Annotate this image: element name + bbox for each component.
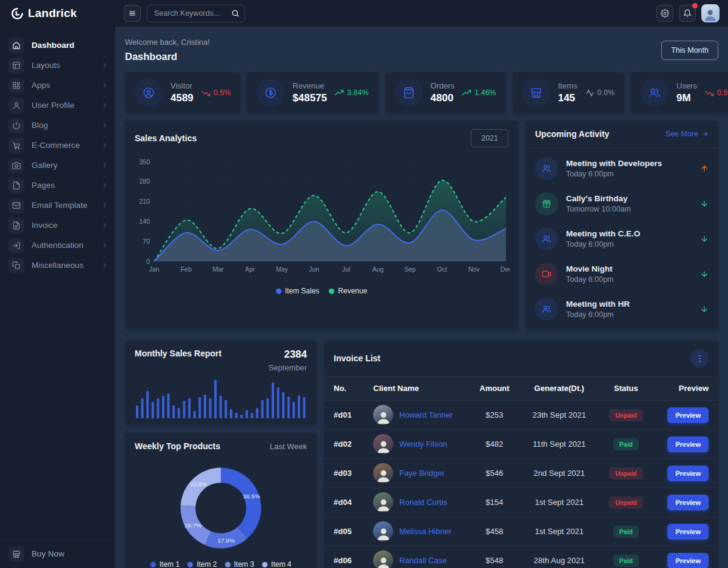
activity-item[interactable]: Movie NightToday 6:00pm xyxy=(525,256,718,292)
stat-cards-row: Visitor45890.5%Revenue$485753.84%Orders4… xyxy=(125,72,718,113)
notifications-button[interactable] xyxy=(679,5,696,22)
stat-info: Items145 xyxy=(558,81,578,104)
preview-cell: Preview xyxy=(654,546,718,568)
sidebar-item-gallery[interactable]: Gallery xyxy=(0,155,115,175)
sales-analytics-chart: 070140210280350JanFebMarAprMayJunJulAugS… xyxy=(125,156,518,286)
settings-button[interactable] xyxy=(656,5,673,22)
trending-up-icon xyxy=(462,89,471,98)
activity-title: Upcoming Activity xyxy=(535,129,609,139)
stat-card-revenue: Revenue$485753.84% xyxy=(247,72,378,113)
avatar xyxy=(373,521,393,541)
trending-down-icon xyxy=(705,89,714,98)
client-cell-wrap: Howard Tanner xyxy=(363,401,468,430)
preview-button[interactable]: Preview xyxy=(667,553,709,568)
client-name-link[interactable]: Faye Bridger xyxy=(399,469,444,478)
stat-info: Orders4800 xyxy=(431,81,455,104)
hamburger-menu-button[interactable] xyxy=(124,5,141,22)
users-icon xyxy=(535,298,558,321)
see-more-link[interactable]: See More xyxy=(666,130,709,138)
arrow-up-icon xyxy=(700,164,709,173)
sidebar-item-dashboard[interactable]: Dashboard xyxy=(0,35,115,55)
buy-now-button[interactable]: Buy Now xyxy=(0,539,115,568)
period-button[interactable]: This Month xyxy=(661,41,718,60)
activity-body: Movie NightToday 6:00pm xyxy=(566,264,692,284)
landrick-logo-icon xyxy=(11,7,24,20)
sidebar-item-email-template[interactable]: Email Template xyxy=(0,195,115,215)
activity-item[interactable]: Meeting with DevelopersToday 6:00pm xyxy=(525,151,718,186)
activity-title: Meeting with C.E.O xyxy=(566,229,692,238)
grid-icon xyxy=(8,78,24,93)
trending-down-icon xyxy=(201,89,211,98)
preview-button[interactable]: Preview xyxy=(667,524,709,540)
avatar xyxy=(373,463,393,483)
table-row: #d03Faye Bridger$5462nd Sept 2021UnpaidP… xyxy=(324,459,718,488)
status-badge: Paid xyxy=(613,526,639,538)
client-name-link[interactable]: Wendy Filson xyxy=(399,439,447,449)
client-cell-wrap: Wendy Filson xyxy=(363,430,468,459)
svg-text:17.9%: 17.9% xyxy=(218,537,235,544)
sales-chart-legend: Item SalesRevenue xyxy=(125,286,518,302)
invoice-more-button[interactable] xyxy=(690,349,709,367)
donut-legend-item: Item 3 xyxy=(225,560,254,568)
sidebar-item-user-profile[interactable]: User Profile xyxy=(0,95,115,115)
legend-label: Item 4 xyxy=(271,560,291,568)
preview-button[interactable]: Preview xyxy=(667,436,709,452)
stat-info: Visitor4589 xyxy=(170,81,194,104)
year-select[interactable]: 2021 xyxy=(471,129,508,147)
activity-icon xyxy=(585,89,595,98)
client-cell: Faye Bridger xyxy=(373,463,459,483)
legend-label: Revenue xyxy=(338,287,367,295)
preview-button[interactable]: Preview xyxy=(667,495,709,510)
activity-item[interactable]: Meeting with C.E.OToday 6:00pm xyxy=(525,221,718,256)
activity-item[interactable]: Cally's BirthdayTomorrow 10:00am xyxy=(525,186,718,221)
preview-button[interactable]: Preview xyxy=(667,466,709,481)
sidebar-item-invoice[interactable]: Invoice xyxy=(0,215,115,235)
sidebar-item-label: Layouts xyxy=(32,61,60,70)
dollar-circle-icon xyxy=(257,79,285,107)
activity-item[interactable]: Meeting with HRToday 6:00pm xyxy=(525,292,718,327)
svg-text:Oct: Oct xyxy=(437,266,447,273)
sidebar-item-pages[interactable]: Pages xyxy=(0,175,115,195)
amount-cell: $482 xyxy=(468,430,521,459)
search-icon[interactable] xyxy=(231,9,240,18)
client-name-link[interactable]: Melissa Hibner xyxy=(399,527,451,536)
sidebar-item-layouts[interactable]: Layouts xyxy=(0,55,115,75)
preview-button[interactable]: Preview xyxy=(667,407,709,423)
date-cell: 11th Sept 2021 xyxy=(521,430,598,459)
sidebar-item-authentication[interactable]: Authentication xyxy=(0,235,115,255)
date-cell: 28th Aug 2021 xyxy=(521,546,598,568)
client-name-link[interactable]: Ronald Curtis xyxy=(399,498,447,507)
invoice-no-cell: #d02 xyxy=(324,430,363,459)
sidebar-item-miscellaneous[interactable]: Miscellaneous xyxy=(0,255,115,275)
invoice-no: #d03 xyxy=(334,469,352,478)
user-avatar-button[interactable] xyxy=(701,4,720,22)
client-cell-wrap: Ronald Curtis xyxy=(363,488,468,517)
chevron-right-icon xyxy=(101,222,108,229)
sidebar-item-blog[interactable]: Blog xyxy=(0,115,115,135)
sidebar-item-e-commerce[interactable]: E-Commerce xyxy=(0,135,115,155)
sidebar: Landrick DashboardLayoutsAppsUser Profil… xyxy=(0,0,115,568)
invoice-date: 28th Aug 2021 xyxy=(534,556,585,565)
search-input[interactable] xyxy=(147,5,245,22)
mail-icon xyxy=(8,198,24,213)
svg-text:210: 210 xyxy=(139,198,150,205)
users-icon xyxy=(641,79,669,107)
stat-trend: 0.5% xyxy=(201,89,231,98)
invoice-no: #d01 xyxy=(334,410,352,419)
sidebar-item-label: E-Commerce xyxy=(32,141,80,150)
status-cell: Unpaid xyxy=(598,488,655,517)
brand-logo[interactable]: Landrick xyxy=(0,0,115,27)
activity-title: Cally's Birthday xyxy=(566,194,692,203)
date-cell: 1st Sept 2021 xyxy=(521,517,598,546)
avatar xyxy=(373,405,393,425)
svg-text:70: 70 xyxy=(143,238,150,245)
power-icon xyxy=(8,118,24,133)
sidebar-item-apps[interactable]: Apps xyxy=(0,75,115,95)
layout-icon xyxy=(8,58,24,73)
client-name-link[interactable]: Randall Case xyxy=(399,556,447,565)
stat-trend: 0.0% xyxy=(585,89,615,98)
stat-trend-value: 3.84% xyxy=(347,89,368,97)
stat-card-users: Users9M0.5% xyxy=(631,72,728,113)
client-name-link[interactable]: Howard Tanner xyxy=(399,410,453,419)
client-cell-wrap: Randall Case xyxy=(363,546,468,568)
